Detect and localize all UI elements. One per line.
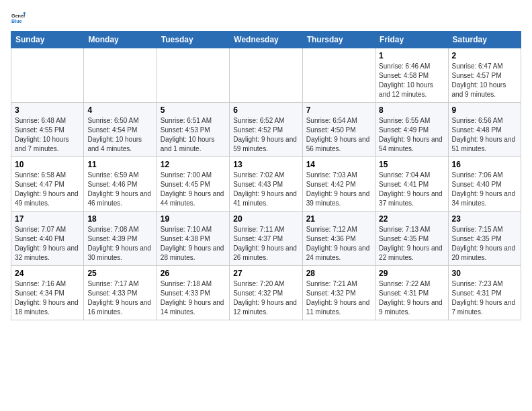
weekday-header: Saturday [448, 32, 521, 48]
calendar-cell [157, 48, 229, 103]
calendar-cell: 20Sunrise: 7:11 AM Sunset: 4:37 PM Dayli… [230, 212, 302, 266]
day-number: 21 [306, 214, 371, 224]
calendar-cell: 9Sunrise: 6:56 AM Sunset: 4:48 PM Daylig… [448, 103, 521, 157]
day-info: Sunrise: 7:02 AM Sunset: 4:43 PM Dayligh… [233, 171, 298, 208]
calendar-week-row: 24Sunrise: 7:16 AM Sunset: 4:34 PM Dayli… [11, 266, 521, 320]
day-number: 29 [379, 269, 444, 278]
day-number: 18 [87, 214, 152, 224]
calendar-week-row: 3Sunrise: 6:48 AM Sunset: 4:55 PM Daylig… [11, 103, 521, 157]
day-info: Sunrise: 7:06 AM Sunset: 4:40 PM Dayligh… [452, 171, 517, 208]
day-info: Sunrise: 6:50 AM Sunset: 4:54 PM Dayligh… [87, 116, 152, 154]
day-info: Sunrise: 7:13 AM Sunset: 4:35 PM Dayligh… [379, 225, 444, 263]
calendar-table: SundayMondayTuesdayWednesdayThursdayFrid… [11, 31, 521, 320]
calendar-cell: 8Sunrise: 6:55 AM Sunset: 4:49 PM Daylig… [375, 103, 448, 157]
calendar-cell: 29Sunrise: 7:22 AM Sunset: 4:31 PM Dayli… [375, 266, 448, 320]
calendar-cell: 7Sunrise: 6:54 AM Sunset: 4:50 PM Daylig… [302, 103, 375, 157]
calendar-cell: 13Sunrise: 7:02 AM Sunset: 4:43 PM Dayli… [230, 157, 302, 212]
day-number: 6 [233, 105, 298, 115]
day-info: Sunrise: 6:56 AM Sunset: 4:48 PM Dayligh… [452, 116, 517, 154]
day-info: Sunrise: 7:20 AM Sunset: 4:32 PM Dayligh… [233, 279, 298, 317]
day-info: Sunrise: 7:15 AM Sunset: 4:35 PM Dayligh… [452, 225, 517, 263]
calendar-week-row: 17Sunrise: 7:07 AM Sunset: 4:40 PM Dayli… [11, 212, 521, 266]
day-number: 30 [452, 269, 517, 278]
day-number: 4 [87, 105, 152, 115]
calendar-cell: 19Sunrise: 7:10 AM Sunset: 4:38 PM Dayli… [157, 212, 229, 266]
calendar-cell: 24Sunrise: 7:16 AM Sunset: 4:34 PM Dayli… [11, 266, 84, 320]
day-number: 8 [379, 105, 444, 115]
day-info: Sunrise: 7:11 AM Sunset: 4:37 PM Dayligh… [233, 225, 298, 263]
logo-icon: General Blue [11, 11, 26, 26]
calendar-cell: 11Sunrise: 6:59 AM Sunset: 4:46 PM Dayli… [84, 157, 157, 212]
calendar-cell: 10Sunrise: 6:58 AM Sunset: 4:47 PM Dayli… [11, 157, 84, 212]
calendar-cell: 6Sunrise: 6:52 AM Sunset: 4:52 PM Daylig… [230, 103, 302, 157]
calendar-cell: 27Sunrise: 7:20 AM Sunset: 4:32 PM Dayli… [230, 266, 302, 320]
day-number: 7 [306, 105, 371, 115]
day-info: Sunrise: 7:18 AM Sunset: 4:33 PM Dayligh… [161, 279, 226, 317]
calendar-cell: 15Sunrise: 7:04 AM Sunset: 4:41 PM Dayli… [375, 157, 448, 212]
svg-text:General: General [11, 13, 26, 19]
weekday-header: Sunday [11, 32, 84, 48]
day-number: 16 [452, 160, 517, 169]
day-number: 20 [233, 214, 298, 224]
day-number: 10 [15, 160, 80, 169]
weekday-header: Wednesday [230, 32, 302, 48]
calendar-cell [230, 48, 302, 103]
day-info: Sunrise: 6:51 AM Sunset: 4:53 PM Dayligh… [161, 116, 226, 154]
calendar-cell: 25Sunrise: 7:17 AM Sunset: 4:33 PM Dayli… [84, 266, 157, 320]
day-info: Sunrise: 6:47 AM Sunset: 4:57 PM Dayligh… [452, 62, 517, 99]
calendar-cell: 14Sunrise: 7:03 AM Sunset: 4:42 PM Dayli… [302, 157, 375, 212]
calendar-cell: 5Sunrise: 6:51 AM Sunset: 4:53 PM Daylig… [157, 103, 229, 157]
weekday-header: Thursday [302, 32, 375, 48]
weekday-header: Monday [84, 32, 157, 48]
calendar-cell: 16Sunrise: 7:06 AM Sunset: 4:40 PM Dayli… [448, 157, 521, 212]
day-info: Sunrise: 7:10 AM Sunset: 4:38 PM Dayligh… [161, 225, 226, 263]
calendar-cell: 26Sunrise: 7:18 AM Sunset: 4:33 PM Dayli… [157, 266, 229, 320]
day-info: Sunrise: 6:59 AM Sunset: 4:46 PM Dayligh… [87, 171, 152, 208]
day-number: 15 [379, 160, 444, 169]
day-number: 2 [452, 51, 517, 60]
calendar-cell: 2Sunrise: 6:47 AM Sunset: 4:57 PM Daylig… [448, 48, 521, 103]
day-info: Sunrise: 7:07 AM Sunset: 4:40 PM Dayligh… [15, 225, 80, 263]
calendar-cell: 30Sunrise: 7:23 AM Sunset: 4:31 PM Dayli… [448, 266, 521, 320]
day-number: 25 [87, 269, 152, 278]
day-number: 11 [87, 160, 152, 169]
day-number: 17 [15, 214, 80, 224]
day-number: 27 [233, 269, 298, 278]
day-info: Sunrise: 6:55 AM Sunset: 4:49 PM Dayligh… [379, 116, 444, 154]
calendar-cell: 23Sunrise: 7:15 AM Sunset: 4:35 PM Dayli… [448, 212, 521, 266]
calendar-cell: 18Sunrise: 7:08 AM Sunset: 4:39 PM Dayli… [84, 212, 157, 266]
day-info: Sunrise: 7:04 AM Sunset: 4:41 PM Dayligh… [379, 171, 444, 208]
day-info: Sunrise: 6:52 AM Sunset: 4:52 PM Dayligh… [233, 116, 298, 154]
day-info: Sunrise: 6:58 AM Sunset: 4:47 PM Dayligh… [15, 171, 80, 208]
calendar-cell [302, 48, 375, 103]
calendar-header-row: SundayMondayTuesdayWednesdayThursdayFrid… [11, 32, 521, 48]
day-number: 5 [161, 105, 226, 115]
calendar-cell: 21Sunrise: 7:12 AM Sunset: 4:36 PM Dayli… [302, 212, 375, 266]
day-number: 12 [161, 160, 226, 169]
day-info: Sunrise: 6:54 AM Sunset: 4:50 PM Dayligh… [306, 116, 371, 154]
day-number: 24 [15, 269, 80, 278]
logo: General Blue [11, 11, 26, 26]
day-number: 1 [379, 51, 444, 60]
day-info: Sunrise: 7:00 AM Sunset: 4:45 PM Dayligh… [161, 171, 226, 208]
day-info: Sunrise: 7:23 AM Sunset: 4:31 PM Dayligh… [452, 279, 517, 317]
day-number: 14 [306, 160, 371, 169]
day-number: 23 [452, 214, 517, 224]
calendar-cell: 22Sunrise: 7:13 AM Sunset: 4:35 PM Dayli… [375, 212, 448, 266]
calendar-cell: 17Sunrise: 7:07 AM Sunset: 4:40 PM Dayli… [11, 212, 84, 266]
day-number: 9 [452, 105, 517, 115]
calendar-cell [84, 48, 157, 103]
day-number: 19 [161, 214, 226, 224]
day-info: Sunrise: 7:08 AM Sunset: 4:39 PM Dayligh… [87, 225, 152, 263]
calendar-week-row: 1Sunrise: 6:46 AM Sunset: 4:58 PM Daylig… [11, 48, 521, 103]
calendar-week-row: 10Sunrise: 6:58 AM Sunset: 4:47 PM Dayli… [11, 157, 521, 212]
calendar-cell: 3Sunrise: 6:48 AM Sunset: 4:55 PM Daylig… [11, 103, 84, 157]
weekday-header: Friday [375, 32, 448, 48]
day-info: Sunrise: 7:22 AM Sunset: 4:31 PM Dayligh… [379, 279, 444, 317]
day-number: 26 [161, 269, 226, 278]
day-number: 3 [15, 105, 80, 115]
weekday-header: Tuesday [157, 32, 229, 48]
day-info: Sunrise: 7:17 AM Sunset: 4:33 PM Dayligh… [87, 279, 152, 317]
calendar-cell [11, 48, 84, 103]
day-info: Sunrise: 7:12 AM Sunset: 4:36 PM Dayligh… [306, 225, 371, 263]
